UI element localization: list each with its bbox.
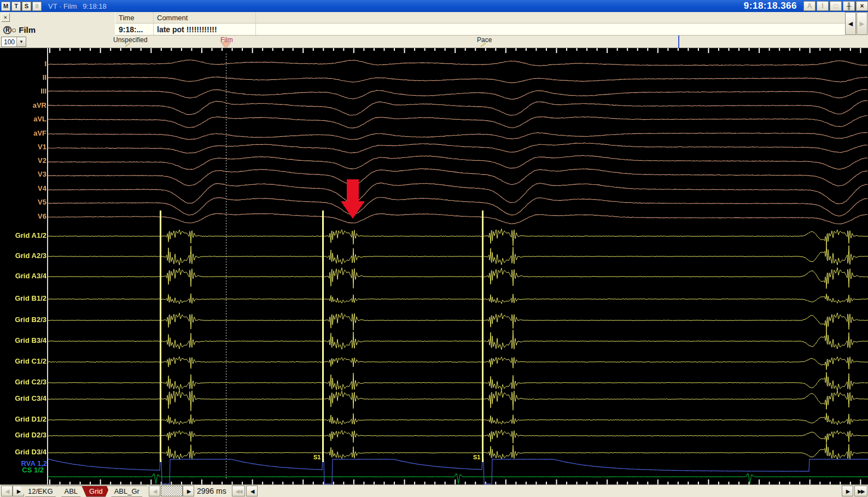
info-button[interactable]: I: [817, 1, 829, 11]
rewind-button[interactable]: ◀◀: [232, 486, 245, 496]
maximize-button[interactable]: □: [830, 1, 842, 11]
event-comment-cell[interactable]: late pot !!!!!!!!!!!!: [154, 24, 256, 35]
pause-button[interactable]: II: [32, 2, 42, 11]
sweep-duration-label: 2996 ms: [197, 487, 226, 495]
waveform-area[interactable]: IIIIIIaVRaVLaVFV1V2V3V4V5V6Grid A1/2Grid…: [0, 48, 868, 484]
waveform-canvas[interactable]: [0, 48, 868, 484]
menu-button-t[interactable]: T: [11, 2, 21, 11]
title-bar: M T S II VT · Film 9:18:18 9:18:18.366 A…: [0, 0, 868, 12]
comment-toolbar: × Ⓡ○ Film Time Comment 9:18:... late pot…: [0, 12, 868, 36]
event-time-cell[interactable]: 9:18:...: [115, 24, 154, 35]
scroll-right-button[interactable]: ▶: [183, 486, 194, 496]
panel-close-button[interactable]: ×: [1, 13, 10, 22]
menu-button-s[interactable]: S: [22, 2, 31, 11]
red-annotation-arrow: [347, 179, 359, 201]
bottom-navigation-bar: ◀ ▶ 12/EKG ABL Grid ABL_Gr ◀ ▶ 2996 ms ◀…: [0, 484, 868, 497]
time-cursor[interactable]: [678, 36, 679, 48]
tab-grid[interactable]: Grid: [81, 486, 110, 497]
annotation-strip: 100 ▼ Unspecified Film Pace: [0, 36, 868, 48]
tab-abl-gr[interactable]: ABL_Gr: [107, 486, 147, 497]
tab-12-ekg[interactable]: 12/EKG: [20, 486, 61, 497]
page-tabs: 12/EKG ABL Grid ABL_Gr: [24, 486, 147, 497]
amplitude-button[interactable]: A: [803, 1, 815, 11]
window-title: VT · Film 9:18:18: [48, 2, 107, 10]
menu-button-m[interactable]: M: [1, 2, 10, 11]
step-forward-button[interactable]: ▶: [842, 486, 853, 496]
red-annotation-arrow-head: [341, 201, 365, 219]
chevron-down-icon[interactable]: ▼: [16, 37, 26, 46]
page-first-button[interactable]: ◀: [1, 486, 13, 496]
clock-display: 9:18:18.366: [744, 1, 797, 11]
event-back-button[interactable]: ◀: [845, 12, 856, 35]
split-button[interactable]: ╫: [843, 1, 855, 11]
timeline-scrollbar-thumb[interactable]: [161, 486, 183, 496]
fast-forward-button[interactable]: ▶▶: [854, 486, 867, 496]
scroll-left-button[interactable]: ◀: [149, 486, 160, 496]
event-table-header: Time Comment: [115, 12, 845, 24]
column-header-time: Time: [115, 12, 154, 23]
speed-combobox[interactable]: 100 ▼: [1, 37, 26, 47]
annotation-unspecified[interactable]: Unspecified: [113, 36, 148, 44]
ep-lab-film-window: { "titlebar": { "menu_buttons": ["M", "T…: [0, 0, 868, 497]
step-back-button[interactable]: ◀: [246, 486, 258, 496]
film-flag-icon[interactable]: [222, 42, 230, 48]
event-table-row[interactable]: 9:18:... late pot !!!!!!!!!!!!: [115, 24, 845, 36]
film-channel-label: Ⓡ○ Film: [3, 25, 36, 36]
column-header-comment: Comment: [154, 12, 256, 23]
event-forward-button[interactable]: ▶: [857, 12, 867, 35]
speed-value: 100: [2, 37, 16, 46]
close-button[interactable]: ×: [856, 1, 868, 11]
tab-abl[interactable]: ABL: [57, 486, 86, 497]
